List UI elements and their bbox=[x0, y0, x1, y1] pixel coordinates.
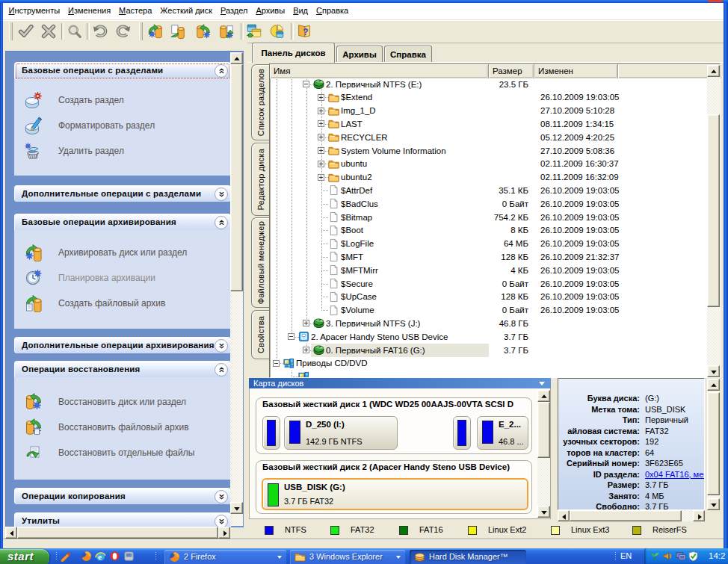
chevron-up-icon[interactable] bbox=[215, 363, 228, 376]
tree-row[interactable]: $Boot8 КБ26.10.2009 19:03:05 bbox=[271, 223, 708, 237]
tree-row-selected[interactable]: 0. Первичный FAT16 (G:)3.7 ГБ bbox=[271, 344, 708, 357]
scroll-right-button[interactable] bbox=[218, 527, 230, 539]
disk-map-block-selected[interactable]: USB_DISK (G:)3.7 ГБ FAT32 bbox=[262, 478, 528, 510]
scroll-down-button[interactable] bbox=[707, 498, 720, 510]
scroll-up-button[interactable] bbox=[707, 65, 720, 77]
tree-vertical-scrollbar[interactable] bbox=[707, 65, 720, 377]
scroll-up-button[interactable] bbox=[230, 52, 243, 64]
toolbar-button-restore-file[interactable] bbox=[216, 22, 237, 41]
menu-3[interactable]: Мастера bbox=[115, 3, 156, 19]
sidebar-item-delete-partition[interactable]: Удалить раздел bbox=[25, 142, 124, 160]
tree-expander-plus[interactable] bbox=[318, 94, 324, 101]
tree-expander-minus[interactable] bbox=[273, 360, 280, 367]
tree-row[interactable]: $UpCase128 КБ26.10.2009 19:03:05 bbox=[271, 290, 708, 303]
tree-row[interactable]: Img_1_D27.10.2009 5:10:28 bbox=[271, 104, 708, 117]
tree-column-header-modified[interactable]: Изменен bbox=[534, 64, 618, 78]
tree-row[interactable]: ubuntu202.11.2009 16:32:09 bbox=[271, 170, 708, 184]
tree-row[interactable]: $AttrDef35.1 КБ26.10.2009 19:03:05 bbox=[271, 184, 708, 197]
property-value-link[interactable]: 0x04 FAT16, мень bbox=[645, 470, 705, 479]
sidebar-group-header[interactable]: Дополнительные операции архивирования bbox=[14, 337, 231, 353]
taskbar-button-dropdown-icon[interactable] bbox=[396, 556, 401, 559]
quicklaunch-gray-app[interactable] bbox=[123, 551, 135, 562]
side-tab-file-manager[interactable]: Файловый менеджер bbox=[251, 217, 269, 308]
scrollbar-thumb[interactable] bbox=[230, 64, 243, 291]
tray-display-icon[interactable] bbox=[675, 551, 686, 562]
tree-row[interactable]: $Bitmap754.2 КБ26.10.2009 19:03:05 bbox=[271, 211, 708, 224]
toolbar-button-redo[interactable] bbox=[113, 22, 134, 41]
quicklaunch-ie[interactable]: e bbox=[95, 551, 106, 562]
start-button[interactable]: start bbox=[0, 549, 49, 564]
tree-row[interactable]: LAST08.11.2009 1:34:15 bbox=[271, 117, 708, 131]
sidebar-group-header[interactable]: Дополнительные операции с разделами bbox=[14, 185, 231, 202]
toolbar-button-backup-disk[interactable] bbox=[145, 22, 166, 41]
sidebar-vertical-scrollbar[interactable] bbox=[230, 52, 243, 526]
chevron-down-icon[interactable] bbox=[215, 515, 228, 527]
menu-2[interactable]: Изменения bbox=[64, 3, 115, 19]
tree-row[interactable]: System Volume Information27.10.2009 5:08… bbox=[271, 144, 708, 158]
disk-map-block[interactable] bbox=[453, 416, 471, 450]
tree-row[interactable]: $LogFile64 МБ26.10.2009 19:03:05 bbox=[271, 237, 708, 250]
sidebar-item-restore-files[interactable]: Восстановить отдельные файлы bbox=[25, 444, 194, 462]
toolbar-button-copy-disk[interactable] bbox=[266, 22, 287, 41]
side-tab-disk-editor[interactable]: Редактор диска bbox=[251, 143, 269, 216]
tree-expander-minus[interactable] bbox=[303, 81, 309, 87]
chevron-down-icon[interactable] bbox=[215, 490, 228, 503]
toolbar-button-undo[interactable] bbox=[90, 22, 111, 41]
tree-row[interactable]: $BadClus0 Байт26.10.2009 19:03:05 bbox=[271, 197, 708, 211]
sidebar-item-format-partition[interactable]: Форматировать раздел bbox=[25, 117, 155, 134]
scrollbar-thumb[interactable] bbox=[707, 392, 720, 495]
quicklaunch-firefox[interactable] bbox=[81, 551, 92, 562]
sidebar-group-header[interactable]: Базовые операции архивирования bbox=[14, 214, 231, 230]
sidebar-horizontal-scrollbar[interactable] bbox=[5, 527, 230, 539]
sidebar-group-header[interactable]: Операции копирования bbox=[14, 488, 231, 504]
menu-6[interactable]: Архивы bbox=[252, 3, 289, 19]
side-tab-partition-list[interactable]: Список разделов bbox=[251, 64, 269, 140]
scrollbar-thumb[interactable] bbox=[537, 402, 550, 458]
quicklaunch-pencil-app[interactable] bbox=[60, 551, 71, 562]
tree-row[interactable]: $Volume0 Байт26.10.2009 19:03:05 bbox=[271, 303, 708, 317]
language-indicator[interactable]: EN bbox=[620, 548, 637, 564]
taskbar-button-hdm[interactable]: Hard Disk Manager™ bbox=[410, 550, 526, 564]
taskbar-button-firefox[interactable]: 2 Firefox bbox=[164, 550, 286, 564]
toolbar-button-restore-disk[interactable] bbox=[193, 22, 214, 41]
sidebar-item-restore-disk2[interactable]: Восстановить диск или раздел bbox=[25, 393, 186, 411]
tray-volume-icon[interactable] bbox=[662, 551, 673, 562]
scroll-down-button[interactable] bbox=[707, 365, 720, 377]
menu-5[interactable]: Раздел bbox=[217, 3, 252, 19]
tree-row[interactable]: 2. Первичный NTFS (E:)23.5 ГБ bbox=[271, 79, 708, 91]
chevron-down-icon[interactable] bbox=[215, 188, 228, 201]
close-button-fragment[interactable] bbox=[708, 0, 723, 2]
toolbar-button-apply-check[interactable] bbox=[16, 22, 37, 41]
scrollbar-thumb[interactable] bbox=[707, 114, 720, 307]
tree-row[interactable]: ubuntu02.11.2009 16:30:37 bbox=[271, 157, 708, 170]
scroll-up-button[interactable] bbox=[707, 379, 720, 391]
quicklaunch-opera[interactable] bbox=[109, 551, 120, 562]
tree-row[interactable]: $MFTMirr4 КБ26.10.2009 19:03:05 bbox=[271, 264, 708, 277]
tree-row[interactable]: RECYCLER05.12.2009 4:20:25 bbox=[271, 131, 708, 144]
sidebar-item-archive-disk[interactable]: Архивировать диск или раздел bbox=[25, 244, 187, 261]
sidebar-group-header[interactable]: Базовые операции с разделами bbox=[14, 62, 231, 78]
tree-expander-plus[interactable] bbox=[318, 147, 324, 154]
tray-shield-icon[interactable] bbox=[688, 551, 699, 562]
tree-expander-plus[interactable] bbox=[318, 161, 324, 167]
tab-help[interactable]: Справка bbox=[384, 46, 432, 62]
tray-sprout-icon[interactable] bbox=[650, 551, 661, 562]
tree-column-header-size[interactable]: Размер bbox=[489, 64, 534, 78]
toolbar-button-magnifier[interactable] bbox=[64, 22, 85, 41]
scroll-right-button[interactable] bbox=[693, 510, 705, 521]
toolbar-button-help[interactable]: ? bbox=[294, 22, 315, 41]
sidebar-item-file-archive[interactable]: Создать файловый архив bbox=[25, 294, 165, 312]
taskbar-button-explorer[interactable]: 3 Windows Explorer bbox=[290, 550, 405, 564]
toolbar-button-discard-x[interactable] bbox=[38, 22, 59, 41]
chevron-up-icon[interactable] bbox=[215, 216, 228, 229]
sidebar-group-header[interactable]: Утилиты bbox=[14, 512, 231, 527]
tab-archives[interactable]: Архивы bbox=[336, 46, 383, 62]
sidebar-item-restore-archive[interactable]: Восстановить файловый архив bbox=[25, 418, 189, 436]
disk-map-dropdown-icon[interactable] bbox=[539, 382, 545, 385]
tree-expander-plus[interactable] bbox=[303, 320, 309, 326]
menu-4[interactable]: Жесткий диск bbox=[156, 3, 217, 19]
chevron-down-icon[interactable] bbox=[215, 339, 228, 353]
toolbar-button-backup-file[interactable] bbox=[167, 22, 188, 41]
properties-horizontal-scrollbar[interactable] bbox=[558, 510, 705, 521]
scroll-left-button[interactable] bbox=[558, 510, 570, 521]
